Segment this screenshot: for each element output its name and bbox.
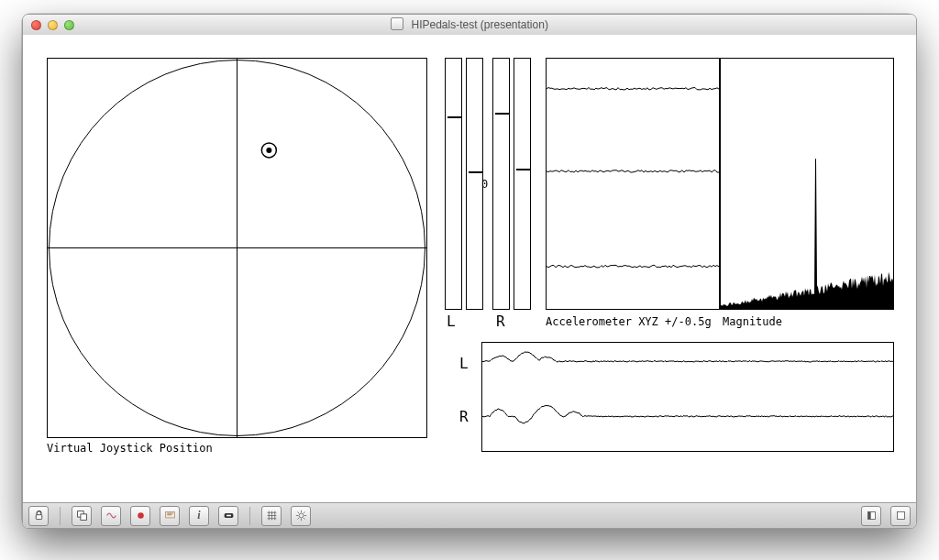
bar-right-b	[514, 58, 531, 310]
expand-icon[interactable]	[890, 506, 911, 526]
svg-rect-5	[36, 515, 42, 520]
joystick-panel[interactable]	[47, 58, 427, 438]
dsp-icon[interactable]	[101, 506, 121, 526]
svg-line-26	[303, 518, 304, 520]
svg-line-28	[303, 511, 304, 513]
accelerometer-plot	[547, 59, 719, 309]
svg-line-27	[297, 518, 299, 520]
joystick-label: Virtual Joystick Position	[47, 442, 213, 455]
svg-rect-7	[80, 514, 86, 521]
svg-rect-31	[897, 511, 904, 519]
joystick-plot	[48, 59, 426, 437]
bars-left-label: L	[447, 315, 456, 328]
joystick-marker	[261, 143, 276, 158]
svg-point-4	[266, 148, 271, 153]
scope-right-label: R	[459, 411, 469, 423]
svg-line-25	[297, 511, 299, 513]
app-window: HIPedals-test (presentation) Virtual Joy…	[22, 14, 917, 529]
toolbar-separator	[249, 507, 250, 525]
content-area: Virtual Joystick Position 0 L R Accelero…	[23, 35, 916, 502]
document-icon	[391, 17, 403, 30]
window-title-text: HIPedals-test (presentation)	[411, 18, 547, 31]
magnitude-panel[interactable]	[720, 58, 894, 310]
accelerometer-label: Accelerometer XYZ +/-0.5g	[546, 315, 712, 328]
presentation-icon[interactable]	[160, 506, 180, 526]
scope-left-label: L	[459, 357, 469, 370]
windows-icon[interactable]	[72, 506, 92, 526]
scope-panel[interactable]	[481, 342, 894, 452]
bar-group-right[interactable]	[492, 58, 533, 310]
info-icon[interactable]: i	[189, 506, 209, 526]
object-icon[interactable]	[218, 506, 238, 526]
bar-left-a	[445, 58, 462, 310]
svg-point-8	[138, 512, 144, 519]
window-title: HIPedals-test (presentation)	[23, 15, 916, 35]
bars-zero-label: 0	[481, 178, 488, 191]
toolbar-separator	[60, 507, 61, 525]
bar-group-left[interactable]	[445, 58, 485, 310]
bars-right-label: R	[496, 315, 505, 328]
scope-right-trace	[482, 398, 893, 451]
svg-point-20	[299, 513, 304, 518]
lock-icon[interactable]	[28, 506, 49, 526]
accelerometer-panel[interactable]	[546, 58, 720, 310]
collapse-icon[interactable]	[861, 506, 881, 526]
scope-left-trace	[482, 343, 893, 396]
svg-rect-30	[867, 511, 870, 519]
titlebar: HIPedals-test (presentation)	[23, 15, 916, 36]
bar-right-a	[492, 58, 510, 310]
settings-icon[interactable]	[291, 506, 311, 526]
bottom-toolbar: i	[23, 502, 916, 528]
record-icon[interactable]	[130, 506, 150, 526]
grid-icon[interactable]	[261, 506, 282, 526]
magnitude-label: Magnitude	[723, 315, 782, 328]
svg-rect-13	[226, 515, 231, 517]
magnitude-plot	[721, 59, 893, 309]
